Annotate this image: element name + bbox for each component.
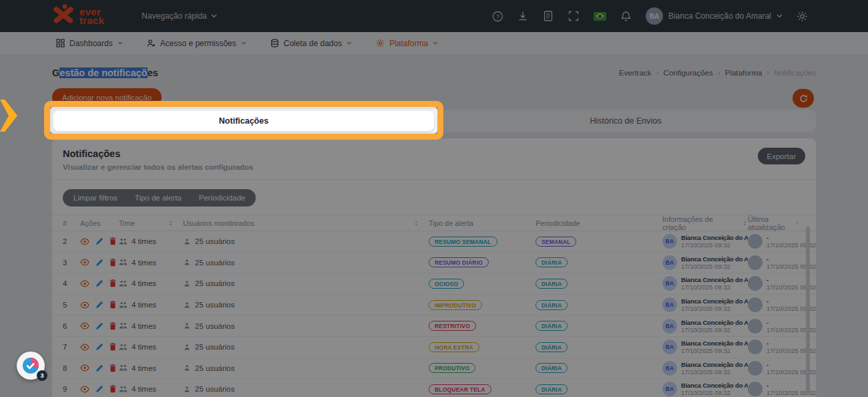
nav-item-coleta-de-dados[interactable]: Coleta de dados [270, 39, 352, 48]
chevron-down-icon [777, 14, 783, 18]
team-cell: 4 times [119, 279, 183, 287]
nav-item-plataforma[interactable]: Plataforma [376, 39, 438, 48]
user-menu[interactable]: BA Bianca Conceição do Amaral [646, 7, 783, 25]
table-row[interactable]: 8 4 times 25 usuários PRODUTIVO DIÁRIA B… [52, 358, 816, 380]
periodicity-cell: DIÁRIA [535, 321, 662, 331]
table-row[interactable]: 3 4 times 25 usuários RESUMO DIÁRIO DIÁR… [52, 253, 816, 274]
delete-trash-icon[interactable] [110, 259, 116, 267]
breadcrumb-item[interactable]: Plataforma [725, 69, 763, 77]
table-row[interactable]: 9 4 times 25 usuários BLOQUEAR TELA DIÁR… [52, 379, 816, 397]
creation-date: 17/10/2025 09:32 [681, 389, 748, 396]
breadcrumb-item[interactable]: Configurações [664, 69, 713, 77]
periodicity-badge: DIÁRIA [535, 257, 568, 267]
column-header-monitored-users[interactable]: Usuários monitorados [183, 219, 429, 227]
creation-date: 17/10/2025 09:32 [681, 241, 748, 249]
sort-icon[interactable] [168, 220, 174, 227]
view-eye-icon[interactable] [80, 280, 89, 287]
creation-date: 17/10/2025 09:32 [681, 263, 748, 270]
column-header-actions: Ações [80, 219, 119, 227]
monitored-users-cell: 25 usuários [183, 385, 429, 393]
edit-pencil-icon[interactable] [95, 343, 103, 351]
quick-navigation-menu[interactable]: Navegação rápida [142, 11, 216, 21]
nav-item-dashboards[interactable]: Dashboards [56, 39, 123, 48]
bell-icon[interactable] [620, 11, 632, 22]
view-eye-icon[interactable] [80, 238, 89, 245]
table-row[interactable]: 6 4 times 25 usuários RESTRITIVO DIÁRIA … [52, 315, 816, 337]
teams-icon [119, 364, 128, 372]
table-row[interactable]: 7 4 times 25 usuários HORA EXTRA DIÁRIA … [52, 337, 816, 358]
creator-name: Bianca Conceição do Amaral [681, 297, 748, 305]
view-eye-icon[interactable] [80, 386, 89, 393]
table-row[interactable]: 4 4 times 25 usuários OCIOSO DIÁRIA BA B… [52, 273, 816, 295]
row-actions [80, 385, 119, 393]
settings-gear-icon[interactable] [797, 11, 808, 22]
periodicity-cell: DIÁRIA [535, 384, 662, 394]
download-icon[interactable] [517, 11, 529, 22]
column-header-last-update[interactable]: Última atualização [748, 215, 800, 231]
periodicity-filter-button[interactable]: Periodicidade [199, 194, 246, 202]
creation-info-cell: BA Bianca Conceição do Amaral17/10/2025 … [662, 276, 748, 291]
delete-trash-icon[interactable] [110, 343, 116, 351]
edit-pencil-icon[interactable] [95, 279, 103, 287]
sort-icon[interactable] [742, 220, 748, 227]
delete-trash-icon[interactable] [110, 322, 116, 330]
sort-icon[interactable] [795, 220, 800, 227]
team-cell: 4 times [119, 385, 183, 393]
alert-type-cell: RESUMO DIÁRIO [429, 257, 535, 267]
alert-type-cell: OCIOSO [429, 279, 535, 289]
users-icon [183, 364, 191, 372]
breadcrumb: Evertrack› Configurações› Plataforma› No… [619, 68, 816, 78]
delete-trash-icon[interactable] [110, 301, 116, 309]
creation-date: 17/10/2025 09:32 [681, 326, 748, 334]
report-icon[interactable] [543, 11, 554, 22]
edit-pencil-icon[interactable] [95, 322, 103, 330]
refresh-button[interactable] [793, 89, 814, 108]
team-cell: 4 times [119, 322, 183, 330]
edit-pencil-icon[interactable] [95, 259, 103, 267]
table-row[interactable]: 2 4 times 25 usuários RESUMO SEMANAL SEM… [52, 231, 816, 253]
add-notification-button[interactable]: Adicionar nova notificação [52, 88, 162, 106]
grid-icon [56, 39, 65, 47]
view-eye-icon[interactable] [80, 344, 89, 351]
updater-avatar [748, 255, 763, 270]
evertrack-logo[interactable]: evertrack [52, 4, 104, 28]
creator-avatar: BA [662, 319, 677, 334]
column-header-alert-type: Tipo de alerta [429, 219, 535, 227]
view-eye-icon[interactable] [80, 259, 89, 266]
users-icon [183, 280, 191, 287]
table-row[interactable]: 5 4 times 25 usuários IMPRODUTIVO DIÁRIA… [52, 295, 816, 316]
page-title: Gestão de notificações [52, 68, 158, 78]
alert-type-cell: IMPRODUTIVO [429, 300, 535, 310]
table-scrollbar[interactable] [806, 227, 810, 394]
alert-type-badge: IMPRODUTIVO [429, 300, 482, 310]
feedback-widget-button[interactable]: 3 [17, 352, 45, 380]
column-header-creation-info[interactable]: Informações de criação [662, 215, 748, 231]
alert-type-filter-button[interactable]: Tipo de alerta [135, 194, 182, 202]
sort-icon[interactable] [413, 220, 419, 227]
edit-pencil-icon[interactable] [95, 237, 103, 245]
tab-notificacoes[interactable]: Notificações [53, 111, 434, 131]
view-eye-icon[interactable] [80, 322, 89, 329]
fullscreen-icon[interactable] [568, 11, 580, 22]
view-eye-icon[interactable] [80, 364, 89, 372]
brazil-flag-icon[interactable] [594, 12, 606, 21]
help-icon[interactable]: ? [492, 11, 503, 22]
delete-trash-icon[interactable] [110, 364, 116, 372]
periodicity-badge: DIÁRIA [535, 279, 568, 289]
delete-trash-icon[interactable] [110, 385, 116, 393]
tab-historico-de-envios[interactable]: Histórico de Envios [435, 110, 816, 132]
edit-pencil-icon[interactable] [95, 385, 103, 393]
export-button[interactable]: Exportar [758, 148, 805, 164]
delete-trash-icon[interactable] [110, 279, 116, 287]
breadcrumb-item[interactable]: Evertrack [619, 69, 652, 77]
view-eye-icon[interactable] [80, 301, 89, 309]
edit-pencil-icon[interactable] [95, 364, 103, 372]
edit-pencil-icon[interactable] [95, 301, 103, 309]
delete-trash-icon[interactable] [110, 237, 116, 245]
column-header-team[interactable]: Time [119, 219, 183, 227]
clear-filters-button[interactable]: Limpar filtros [73, 194, 118, 202]
nav-item-acesso-e-permissoes[interactable]: Acesso e permissões [147, 39, 246, 48]
alert-type-badge: RESUMO DIÁRIO [429, 257, 489, 267]
creator-avatar: BA [662, 255, 677, 270]
creator-avatar: BA [662, 340, 677, 354]
